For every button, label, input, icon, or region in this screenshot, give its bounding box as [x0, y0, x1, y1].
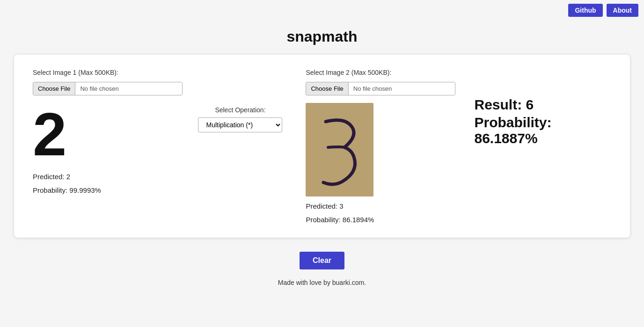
github-button[interactable]: Github	[568, 4, 602, 17]
image2-choose-file-button[interactable]: Choose File	[306, 82, 348, 95]
image1-panel: Select Image 1 (Max 500KB): Choose File …	[33, 69, 175, 194]
image2-probability: Probability: 86.1894%	[306, 216, 455, 224]
result-text: Result: 6	[474, 97, 611, 113]
image2-panel: Select Image 2 (Max 500KB): Choose File …	[306, 69, 455, 224]
image2-label: Select Image 2 (Max 500KB):	[306, 69, 455, 76]
image1-file-input-wrapper: Choose File No file chosen	[33, 82, 183, 95]
image1-predicted: Predicted: 2	[33, 173, 175, 181]
operation-label: Select Operation:	[215, 106, 265, 114]
footer-text: Made with love by buarki.com.	[278, 279, 366, 286]
image2-predicted: Predicted: 3	[306, 202, 455, 210]
digit-3-svg	[312, 110, 368, 189]
image1-no-file-text: No file chosen	[75, 82, 182, 95]
page-title-wrapper: snapmath	[0, 0, 644, 55]
operation-panel: Select Operation: Addition (+) Subtracti…	[193, 69, 287, 132]
image1-digit-display: 2	[33, 104, 175, 165]
about-button[interactable]: About	[607, 4, 638, 17]
result-probability: Probability: 86.1887%	[474, 115, 611, 146]
operation-select[interactable]: Addition (+) Subtraction (-) Multiplicat…	[198, 117, 282, 132]
image1-label: Select Image 1 (Max 500KB):	[33, 69, 175, 76]
clear-button[interactable]: Clear	[300, 252, 344, 269]
top-nav: Github About	[563, 0, 644, 21]
image2-file-input-wrapper: Choose File No file chosen	[306, 82, 455, 95]
bottom-area: Clear Made with love by buarki.com.	[0, 252, 644, 286]
result-panel: Result: 6 Probability: 86.1887%	[474, 69, 611, 146]
page-title: snapmath	[0, 28, 644, 45]
image1-probability: Probability: 99.9993%	[33, 186, 175, 194]
image1-choose-file-button[interactable]: Choose File	[33, 82, 75, 95]
main-card: Select Image 1 (Max 500KB): Choose File …	[14, 55, 630, 238]
image2-no-file-text: No file chosen	[349, 82, 455, 95]
image2-digit-image	[306, 103, 373, 196]
